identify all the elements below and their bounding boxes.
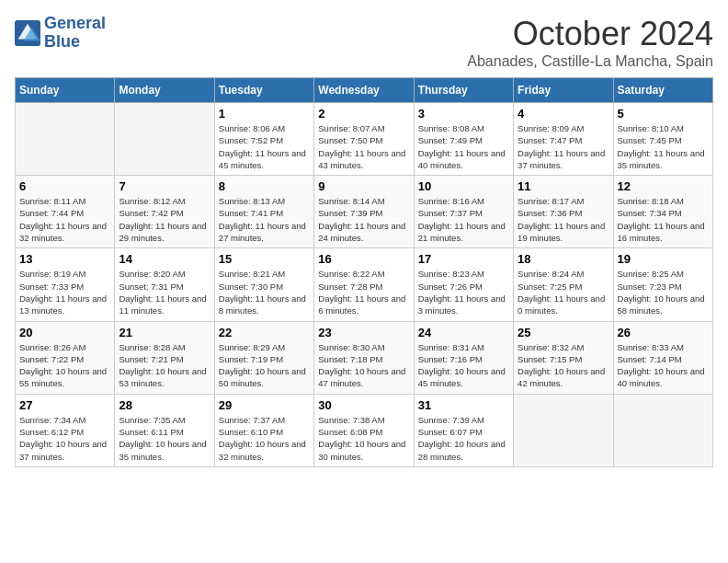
col-header-friday: Friday [514, 78, 613, 103]
day-number: 8 [219, 179, 310, 193]
day-number: 16 [318, 252, 409, 266]
day-info: Sunrise: 8:23 AM Sunset: 7:26 PM Dayligh… [418, 268, 509, 316]
calendar-cell: 2Sunrise: 8:07 AM Sunset: 7:50 PM Daylig… [314, 103, 414, 176]
day-number: 19 [618, 252, 709, 266]
calendar-cell: 22Sunrise: 8:29 AM Sunset: 7:19 PM Dayli… [214, 321, 313, 394]
day-info: Sunrise: 8:13 AM Sunset: 7:41 PM Dayligh… [219, 195, 310, 244]
day-number: 1 [219, 107, 310, 121]
day-number: 24 [418, 326, 509, 339]
day-number: 2 [318, 107, 409, 121]
day-info: Sunrise: 8:11 AM Sunset: 7:44 PM Dayligh… [19, 195, 110, 244]
day-info: Sunrise: 8:17 AM Sunset: 7:36 PM Dayligh… [518, 195, 609, 244]
calendar-cell: 21Sunrise: 8:28 AM Sunset: 7:21 PM Dayli… [115, 321, 214, 394]
calendar-cell: 6Sunrise: 8:11 AM Sunset: 7:44 PM Daylig… [16, 176, 115, 248]
main-title: October 2024 [467, 15, 713, 53]
day-info: Sunrise: 8:20 AM Sunset: 7:31 PM Dayligh… [119, 268, 210, 316]
col-header-sunday: Sunday [16, 78, 115, 103]
day-number: 26 [618, 326, 709, 339]
day-info: Sunrise: 8:29 AM Sunset: 7:19 PM Dayligh… [219, 341, 310, 390]
col-header-tuesday: Tuesday [214, 78, 313, 103]
calendar-cell: 20Sunrise: 8:26 AM Sunset: 7:22 PM Dayli… [16, 321, 115, 394]
day-number: 9 [318, 179, 409, 193]
col-header-thursday: Thursday [414, 78, 513, 103]
calendar-cell: 27Sunrise: 7:34 AM Sunset: 6:12 PM Dayli… [16, 394, 115, 466]
day-number: 21 [119, 326, 210, 339]
logo-icon [15, 20, 40, 46]
calendar-cell [613, 394, 712, 466]
day-number: 29 [219, 398, 310, 412]
day-info: Sunrise: 8:12 AM Sunset: 7:42 PM Dayligh… [119, 195, 210, 244]
day-info: Sunrise: 8:31 AM Sunset: 7:16 PM Dayligh… [418, 341, 509, 390]
logo: General Blue [15, 15, 106, 52]
calendar-cell: 30Sunrise: 7:38 AM Sunset: 6:08 PM Dayli… [314, 394, 414, 466]
day-number: 30 [318, 398, 409, 412]
day-info: Sunrise: 8:16 AM Sunset: 7:37 PM Dayligh… [418, 195, 509, 244]
calendar-cell: 31Sunrise: 7:39 AM Sunset: 6:07 PM Dayli… [414, 394, 513, 466]
calendar-cell: 26Sunrise: 8:33 AM Sunset: 7:14 PM Dayli… [613, 321, 712, 394]
calendar-cell: 18Sunrise: 8:24 AM Sunset: 7:25 PM Dayli… [514, 248, 613, 321]
logo-text: General Blue [44, 15, 106, 52]
calendar-cell: 9Sunrise: 8:14 AM Sunset: 7:39 PM Daylig… [314, 176, 414, 248]
day-info: Sunrise: 8:25 AM Sunset: 7:23 PM Dayligh… [618, 268, 709, 316]
day-number: 22 [219, 326, 310, 339]
calendar-cell: 29Sunrise: 7:37 AM Sunset: 6:10 PM Dayli… [214, 394, 313, 466]
calendar-cell [16, 103, 115, 176]
calendar-cell: 19Sunrise: 8:25 AM Sunset: 7:23 PM Dayli… [613, 248, 712, 321]
day-number: 5 [618, 107, 709, 121]
calendar-cell: 3Sunrise: 8:08 AM Sunset: 7:49 PM Daylig… [414, 103, 513, 176]
day-number: 18 [518, 252, 609, 266]
day-info: Sunrise: 8:07 AM Sunset: 7:50 PM Dayligh… [318, 122, 409, 171]
page-header: General Blue October 2024 Abanades, Cast… [15, 15, 713, 70]
day-number: 12 [618, 179, 709, 193]
calendar-week-2: 6Sunrise: 8:11 AM Sunset: 7:44 PM Daylig… [16, 176, 713, 248]
subtitle: Abanades, Castille-La Mancha, Spain [467, 53, 713, 70]
calendar-cell: 7Sunrise: 8:12 AM Sunset: 7:42 PM Daylig… [115, 176, 214, 248]
calendar-body: 1Sunrise: 8:06 AM Sunset: 7:52 PM Daylig… [16, 103, 713, 467]
col-header-monday: Monday [115, 78, 214, 103]
day-number: 17 [418, 252, 509, 266]
calendar-week-3: 13Sunrise: 8:19 AM Sunset: 7:33 PM Dayli… [16, 248, 713, 321]
title-block: October 2024 Abanades, Castille-La Manch… [467, 15, 713, 70]
day-number: 4 [518, 107, 609, 121]
day-info: Sunrise: 8:22 AM Sunset: 7:28 PM Dayligh… [318, 268, 409, 316]
day-info: Sunrise: 8:06 AM Sunset: 7:52 PM Dayligh… [219, 122, 310, 171]
day-info: Sunrise: 7:39 AM Sunset: 6:07 PM Dayligh… [418, 414, 509, 463]
day-number: 31 [418, 398, 509, 412]
calendar-cell: 11Sunrise: 8:17 AM Sunset: 7:36 PM Dayli… [514, 176, 613, 248]
day-info: Sunrise: 8:26 AM Sunset: 7:22 PM Dayligh… [19, 341, 110, 390]
day-info: Sunrise: 8:24 AM Sunset: 7:25 PM Dayligh… [518, 268, 609, 316]
logo-line1: General [44, 15, 106, 33]
day-number: 11 [518, 179, 609, 193]
calendar-cell: 23Sunrise: 8:30 AM Sunset: 7:18 PM Dayli… [314, 321, 414, 394]
day-number: 6 [19, 179, 110, 193]
calendar-cell [514, 394, 613, 466]
day-info: Sunrise: 7:34 AM Sunset: 6:12 PM Dayligh… [19, 414, 110, 463]
day-info: Sunrise: 8:18 AM Sunset: 7:34 PM Dayligh… [618, 195, 709, 244]
calendar-cell: 13Sunrise: 8:19 AM Sunset: 7:33 PM Dayli… [16, 248, 115, 321]
calendar-cell: 1Sunrise: 8:06 AM Sunset: 7:52 PM Daylig… [214, 103, 313, 176]
calendar-week-5: 27Sunrise: 7:34 AM Sunset: 6:12 PM Dayli… [16, 394, 713, 466]
day-info: Sunrise: 8:10 AM Sunset: 7:45 PM Dayligh… [618, 122, 709, 171]
calendar-cell [115, 103, 214, 176]
day-number: 15 [219, 252, 310, 266]
day-number: 25 [518, 326, 609, 339]
calendar-week-1: 1Sunrise: 8:06 AM Sunset: 7:52 PM Daylig… [16, 103, 713, 176]
day-info: Sunrise: 8:33 AM Sunset: 7:14 PM Dayligh… [618, 341, 709, 390]
day-number: 13 [19, 252, 110, 266]
col-header-wednesday: Wednesday [314, 78, 414, 103]
calendar-week-4: 20Sunrise: 8:26 AM Sunset: 7:22 PM Dayli… [16, 321, 713, 394]
calendar-cell: 24Sunrise: 8:31 AM Sunset: 7:16 PM Dayli… [414, 321, 513, 394]
day-info: Sunrise: 7:35 AM Sunset: 6:11 PM Dayligh… [119, 414, 210, 463]
day-number: 20 [19, 326, 110, 339]
calendar-table: SundayMondayTuesdayWednesdayThursdayFrid… [15, 77, 713, 467]
day-info: Sunrise: 8:21 AM Sunset: 7:30 PM Dayligh… [219, 268, 310, 316]
calendar-cell: 14Sunrise: 8:20 AM Sunset: 7:31 PM Dayli… [115, 248, 214, 321]
day-info: Sunrise: 7:38 AM Sunset: 6:08 PM Dayligh… [318, 414, 409, 463]
calendar-cell: 4Sunrise: 8:09 AM Sunset: 7:47 PM Daylig… [514, 103, 613, 176]
calendar-cell: 16Sunrise: 8:22 AM Sunset: 7:28 PM Dayli… [314, 248, 414, 321]
day-info: Sunrise: 8:19 AM Sunset: 7:33 PM Dayligh… [19, 268, 110, 316]
day-number: 10 [418, 179, 509, 193]
calendar-cell: 12Sunrise: 8:18 AM Sunset: 7:34 PM Dayli… [613, 176, 712, 248]
day-number: 23 [318, 326, 409, 339]
calendar-cell: 10Sunrise: 8:16 AM Sunset: 7:37 PM Dayli… [414, 176, 513, 248]
